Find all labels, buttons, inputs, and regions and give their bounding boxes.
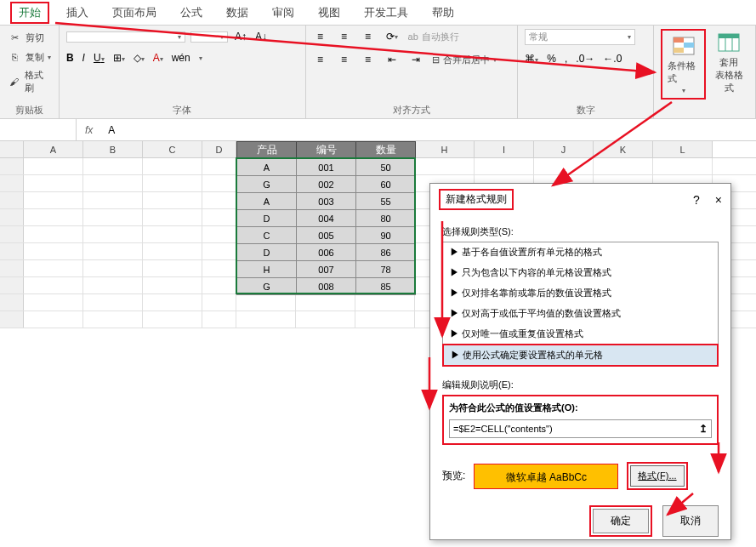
table-cell[interactable]: 006 xyxy=(297,244,356,261)
dialog-close-button[interactable]: × xyxy=(715,193,722,207)
font-color-button[interactable]: A▾ xyxy=(153,52,163,64)
th-product[interactable]: 产品 xyxy=(237,142,297,159)
table-cell[interactable]: 86 xyxy=(356,244,416,261)
underline-button[interactable]: U▾ xyxy=(94,52,105,64)
table-cell[interactable]: 90 xyxy=(356,227,416,244)
table-row[interactable]: A00150 xyxy=(237,159,416,176)
phonetic-button[interactable]: wén xyxy=(172,52,190,64)
col-J[interactable]: J xyxy=(534,141,594,157)
painter-button[interactable]: 🖌格式刷 xyxy=(7,68,52,95)
tab-help[interactable]: 帮助 xyxy=(432,5,454,20)
col-I[interactable]: I xyxy=(475,141,534,157)
tab-view[interactable]: 视图 xyxy=(318,5,340,20)
italic-button[interactable]: I xyxy=(82,52,85,64)
cut-button[interactable]: ✂剪切 xyxy=(7,29,52,46)
tab-layout[interactable]: 页面布局 xyxy=(112,5,156,20)
col-B[interactable]: B xyxy=(83,141,143,157)
table-cell[interactable]: 007 xyxy=(297,261,356,278)
tab-insert[interactable]: 插入 xyxy=(66,5,88,20)
font-family-dropdown[interactable]: ▾ xyxy=(66,31,185,43)
col-K[interactable]: K xyxy=(594,141,653,157)
table-cell[interactable]: 85 xyxy=(356,278,416,295)
comma-button[interactable]: , xyxy=(565,53,567,65)
increase-font-icon[interactable]: A↑ xyxy=(233,29,248,44)
tab-dev[interactable]: 开发工具 xyxy=(364,5,408,20)
table-cell[interactable]: 60 xyxy=(356,176,416,193)
table-cell[interactable]: A xyxy=(237,193,297,210)
percent-button[interactable]: % xyxy=(547,53,556,65)
th-qty[interactable]: 数量 xyxy=(356,142,416,159)
fill-color-button[interactable]: ◇▾ xyxy=(134,52,145,64)
font-size-dropdown[interactable]: ▾ xyxy=(190,31,228,43)
formula-input[interactable]: A xyxy=(101,124,756,136)
col-H[interactable]: H xyxy=(415,141,475,157)
align-top-icon[interactable]: ≡ xyxy=(313,29,328,44)
col-D[interactable]: D xyxy=(202,141,236,157)
tab-review[interactable]: 审阅 xyxy=(272,5,294,20)
table-cell[interactable]: 008 xyxy=(297,278,356,295)
fx-icon[interactable]: fx xyxy=(77,124,101,136)
table-cell[interactable]: 50 xyxy=(356,159,416,176)
table-cell[interactable]: 78 xyxy=(356,261,416,278)
table-cell[interactable]: 55 xyxy=(356,193,416,210)
tab-formula[interactable]: 公式 xyxy=(180,5,202,20)
border-button[interactable]: ⊞▾ xyxy=(113,52,125,64)
dec-decimal-button[interactable]: ←.0 xyxy=(603,53,622,65)
table-cell[interactable]: 004 xyxy=(297,210,356,227)
table-row[interactable]: C00590 xyxy=(237,227,416,244)
conditional-format-button[interactable]: 条件格式 ▾ xyxy=(664,32,702,96)
table-row[interactable]: D00686 xyxy=(237,244,416,261)
align-left-icon[interactable]: ≡ xyxy=(313,52,328,67)
select-all-corner[interactable] xyxy=(0,141,24,157)
align-center-icon[interactable]: ≡ xyxy=(337,52,352,67)
table-cell[interactable]: G xyxy=(237,278,297,295)
orientation-icon[interactable]: ⟳▾ xyxy=(384,29,400,44)
indent-inc-icon[interactable]: ⇥ xyxy=(408,52,423,67)
table-row[interactable]: G00885 xyxy=(237,278,416,295)
table-row[interactable]: A00355 xyxy=(237,193,416,210)
currency-button[interactable]: ⌘▾ xyxy=(525,53,538,65)
table-row[interactable]: H00778 xyxy=(237,261,416,278)
table-cell[interactable]: 002 xyxy=(297,176,356,193)
table-cell[interactable]: H xyxy=(237,261,297,278)
rule-type-5[interactable]: ▶ 仅对唯一值或重复值设置格式 xyxy=(443,324,718,345)
table-cell[interactable]: 80 xyxy=(356,210,416,227)
col-A[interactable]: A xyxy=(24,141,83,157)
copy-button[interactable]: ⎘复制▾ xyxy=(7,48,52,66)
table-cell[interactable]: G xyxy=(237,176,297,193)
table-cell[interactable]: D xyxy=(237,244,297,261)
rule-type-4[interactable]: ▶ 仅对高于或低于平均值的数值设置格式 xyxy=(443,304,718,324)
rule-type-1[interactable]: ▶ 基于各自值设置所有单元格的格式 xyxy=(443,242,718,263)
align-right-icon[interactable]: ≡ xyxy=(361,52,376,67)
cancel-button[interactable]: 取消 xyxy=(662,505,719,537)
formula-field[interactable] xyxy=(453,424,699,434)
dialog-help-button[interactable]: ? xyxy=(693,193,700,207)
col-C[interactable]: C xyxy=(143,141,202,157)
table-format-button[interactable]: 套用 表格格式 xyxy=(709,29,748,96)
table-cell[interactable]: 005 xyxy=(297,227,356,244)
name-box[interactable] xyxy=(0,119,77,140)
table-cell[interactable]: 003 xyxy=(297,193,356,210)
table-row[interactable]: G00260 xyxy=(237,176,416,193)
merge-button[interactable]: ⊟合并后居中▾ xyxy=(432,53,497,67)
range-picker-icon[interactable]: ↥ xyxy=(699,423,708,435)
indent-dec-icon[interactable]: ⇤ xyxy=(384,52,400,67)
autowrap-button[interactable]: ab自动换行 xyxy=(408,30,459,44)
tab-data[interactable]: 数据 xyxy=(226,5,248,20)
decrease-font-icon[interactable]: A↓ xyxy=(253,29,269,44)
rule-type-2[interactable]: ▶ 只为包含以下内容的单元格设置格式 xyxy=(443,263,718,283)
table-cell[interactable]: C xyxy=(237,227,297,244)
rule-type-3[interactable]: ▶ 仅对排名靠前或靠后的数值设置格式 xyxy=(443,283,718,304)
table-cell[interactable]: 001 xyxy=(297,159,356,176)
table-row[interactable]: D00480 xyxy=(237,210,416,227)
number-format-dropdown[interactable]: 常规▾ xyxy=(525,29,635,45)
inc-decimal-button[interactable]: .0→ xyxy=(576,53,594,65)
rule-type-6[interactable]: ▶ 使用公式确定要设置格式的单元格 xyxy=(442,344,719,367)
table-cell[interactable]: D xyxy=(237,210,297,227)
format-button[interactable]: 格式(F)... xyxy=(630,465,684,487)
col-L[interactable]: L xyxy=(653,141,713,157)
align-middle-icon[interactable]: ≡ xyxy=(337,29,352,44)
bold-button[interactable]: B xyxy=(66,52,74,64)
ok-button[interactable]: 确定 xyxy=(593,509,649,533)
tab-home[interactable]: 开始 xyxy=(19,6,41,19)
